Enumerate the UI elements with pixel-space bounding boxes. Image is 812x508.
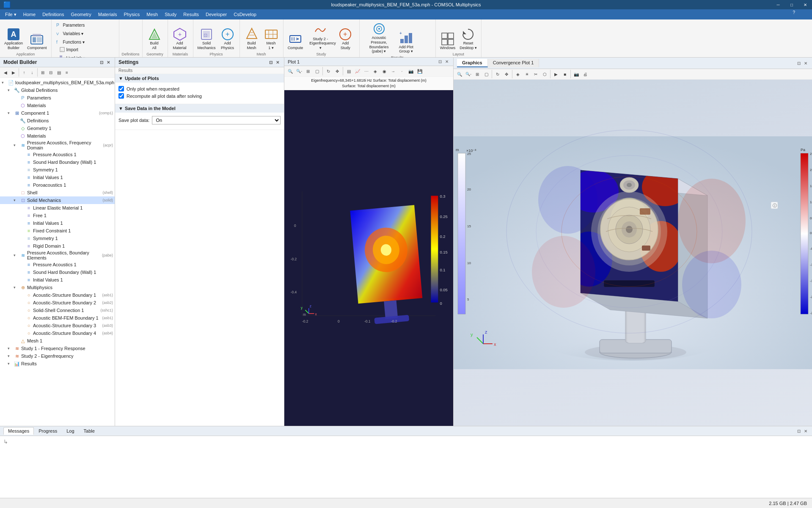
tree-node-pa_poro1[interactable]: ≡ Poroacoustics 1	[0, 181, 115, 189]
tree-node-pabe_acous1[interactable]: ≡ Pressure Acoustics 1	[0, 261, 115, 268]
plot1-rotate[interactable]: ↻	[324, 67, 333, 75]
gfx-zoom-in[interactable]: 🔍	[455, 70, 464, 78]
plot1-particle[interactable]: ·	[398, 67, 406, 75]
add-material-button[interactable]: + AddMaterial	[171, 27, 189, 51]
plot1-close-btn[interactable]: ✕	[444, 59, 450, 64]
mb-back-btn[interactable]: ◀	[2, 69, 9, 76]
tree-node-multi_sshc1[interactable]: ○ Solid-Shell Connection 1 (sshc1)	[0, 306, 115, 314]
log-tab[interactable]: Log	[62, 427, 79, 435]
table-tab[interactable]: Table	[79, 427, 99, 435]
plot1-bar-chart[interactable]: ▤	[344, 67, 353, 75]
close-button[interactable]: ✕	[798, 0, 812, 9]
tree-node-multi_asb1b[interactable]: ○ Acoustic BEM-FEM Boundary 1 (asb1)	[0, 314, 115, 322]
plot1-contour[interactable]: ◉	[380, 67, 388, 75]
plot1-export[interactable]: 💾	[416, 67, 424, 75]
add-plot-group-button[interactable]: + Add PlotGroup ▾	[397, 30, 416, 55]
tree-node-solid_rigid1[interactable]: ≡ Rigid Domain 1	[0, 242, 115, 250]
tree-node-global_defs[interactable]: ▾ 🔧 Global Definitions	[0, 86, 115, 94]
settings-close-btn[interactable]: ✕	[275, 60, 281, 65]
settings-update-plots-header[interactable]: ▼ Update of Plots	[115, 74, 284, 83]
tree-node-solid_init1[interactable]: ≡ Initial Values 1	[0, 219, 115, 227]
gfx-zoom-box[interactable]: ▢	[482, 70, 490, 78]
messages-expand-btn[interactable]: ⊡	[796, 428, 802, 434]
tree-node-pa_wall1[interactable]: ≡ Sound Hard Boundary (Wall) 1	[0, 158, 115, 166]
progress-tab[interactable]: Progress	[34, 427, 62, 435]
tree-node-pabe_init1[interactable]: ≡ Initial Values 1	[0, 276, 115, 284]
plot1-expand-btn[interactable]: ⊡	[437, 59, 443, 64]
gfx-light[interactable]: ☀	[523, 70, 531, 78]
mb-sort-btn[interactable]: ≡	[63, 69, 71, 76]
tree-node-comp1[interactable]: ▾ ⊞ Component 1 (comp1)	[0, 109, 115, 117]
messages-close-btn[interactable]: ✕	[803, 428, 809, 434]
graphics-tab-main[interactable]: Graphics	[457, 59, 488, 67]
tree-node-shell[interactable]: □ Shell (shell)	[0, 189, 115, 196]
tree-node-defs[interactable]: 🔧 Definitions	[0, 117, 115, 124]
messages-tab[interactable]: Messages	[3, 427, 34, 435]
menu-definitions[interactable]: Definitions	[39, 11, 67, 18]
gfx-clipping[interactable]: ✂	[531, 70, 540, 78]
gfx-perspective[interactable]: ◈	[514, 70, 522, 78]
settings-expand-btn[interactable]: ⊡	[268, 60, 274, 65]
tree-node-geo1[interactable]: ◇ Geometry 1	[0, 124, 115, 132]
compute-button[interactable]: Compute	[286, 31, 305, 51]
menu-results[interactable]: Results	[180, 11, 202, 18]
plot1-zoom-in[interactable]: 🔍	[286, 67, 295, 75]
solid-mechanics-button[interactable]: ⊡ SolidMechanics	[196, 27, 217, 51]
menu-physics[interactable]: Physics	[120, 11, 143, 18]
mesh1-button[interactable]: Mesh1 ▾	[262, 27, 281, 51]
recompute-checkbox[interactable]	[118, 93, 124, 99]
acoustic-pressure-button[interactable]: Acoustic Pressure,Boundaries (pabe) ▾	[362, 21, 396, 55]
gfx-pan[interactable]: ✥	[502, 70, 511, 78]
windows-button[interactable]: Windows	[438, 31, 457, 51]
mb-forward-btn[interactable]: ▶	[10, 69, 17, 76]
gfx-wireframe[interactable]: ⬡	[540, 70, 549, 78]
add-study-button[interactable]: + AddStudy	[336, 27, 355, 51]
mb-up-btn[interactable]: ↑	[20, 69, 28, 76]
tree-node-mesh1[interactable]: △ Mesh 1	[0, 337, 115, 345]
plot1-zoom-out[interactable]: 🔍-	[295, 67, 303, 75]
gfx-zoom-out[interactable]: 🔍-	[464, 70, 473, 78]
menu-study[interactable]: Study	[161, 11, 180, 18]
tree-node-multi[interactable]: ▾ ⊕ Multiphysics	[0, 284, 115, 291]
tree-node-multi_asb4[interactable]: ○ Acoustic-Structure Boundary 4 (asb4)	[0, 329, 115, 337]
tree-node-params[interactable]: P Parameters	[0, 94, 115, 102]
plot1-canvas[interactable]: 0.3 0.25 0.2 0.15 0.1 0.05 0 m -0.2 0 -0…	[284, 90, 453, 426]
mb-close-btn[interactable]: ✕	[105, 60, 111, 65]
gfx-camera[interactable]: 📷	[572, 70, 581, 78]
plot1-scatter[interactable]: ⋯	[362, 67, 371, 75]
tree-node-pa_acous1[interactable]: ≡ Pressure Acoustics 1	[0, 151, 115, 158]
parameters-button[interactable]: Pi Parameters	[54, 21, 87, 29]
menu-home[interactable]: Home	[20, 11, 39, 18]
mb-view-btn[interactable]: ▤	[55, 69, 63, 76]
mb-expand-all-btn[interactable]: ⊞	[39, 69, 47, 76]
tree-node-solid_free1[interactable]: ≡ Free 1	[0, 212, 115, 219]
only-plot-checkbox[interactable]	[118, 86, 124, 91]
tree-node-pa_sym1[interactable]: ≡ Symmetry 1	[0, 166, 115, 174]
plot1-surface[interactable]: ◈	[371, 67, 380, 75]
graphics-close-btn[interactable]: ✕	[803, 61, 809, 66]
tree-node-study2[interactable]: ▾ ≋ Study 2 - Eigenfrequency	[0, 352, 115, 360]
plot1-vector[interactable]: →	[389, 67, 397, 75]
gfx-zoom-fit[interactable]: ⊞	[473, 70, 482, 78]
mb-expand-btn[interactable]: ⊡	[99, 60, 105, 65]
tree-node-multi_asb2[interactable]: ○ Acoustic-Structure Boundary 2 (asb2)	[0, 299, 115, 306]
import-button[interactable]: ↓ Import	[58, 46, 80, 53]
menu-materials[interactable]: Materials	[95, 11, 121, 18]
tree-node-root[interactable]: ▾ 📄 loudspeaker_multiphysics_BEM_FEM_53a…	[0, 79, 115, 86]
menu-geometry[interactable]: Geometry	[67, 11, 94, 18]
add-physics-button[interactable]: + AddPhysics	[218, 27, 237, 51]
tree-node-pa_init1[interactable]: ≡ Initial Values 1	[0, 174, 115, 181]
menu-file[interactable]: File ▾	[2, 11, 20, 18]
gfx-rotate[interactable]: ↻	[493, 70, 502, 78]
mb-collapse-all-btn[interactable]: ⊟	[47, 69, 55, 76]
gfx-print[interactable]: 🖨	[581, 70, 589, 78]
variables-button[interactable]: V Variables ▾	[54, 30, 85, 37]
plot1-zoom-box[interactable]: ▢	[313, 67, 321, 75]
plot1-pan[interactable]: ✥	[333, 67, 341, 75]
graphics-tab-convergence[interactable]: Convergence Plot 1	[488, 59, 539, 67]
menu-csdevelop[interactable]: CsDevelop	[230, 11, 260, 18]
plot1-screenshot[interactable]: 📷	[407, 67, 415, 75]
gfx-stop[interactable]: ■	[561, 70, 569, 78]
tree-node-study1[interactable]: ▾ ≋ Study 1 - Frequency Response	[0, 345, 115, 352]
tree-node-solid_fix1[interactable]: ≡ Fixed Constraint 1	[0, 227, 115, 235]
